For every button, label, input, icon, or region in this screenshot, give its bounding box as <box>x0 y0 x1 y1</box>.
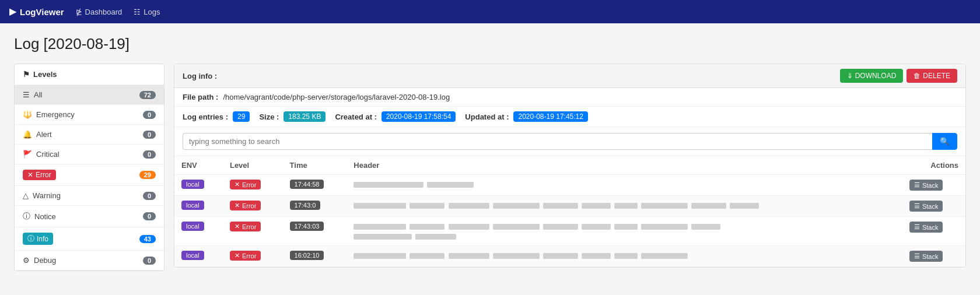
meta-size: Size : 183.25 KB <box>259 111 326 122</box>
dashboard-icon: ⋭ <box>76 8 82 16</box>
sidebar-item-emergency[interactable]: 🔱 Emergency 0 <box>15 105 164 125</box>
sidebar-warning-count: 0 <box>143 192 156 200</box>
table-row: local ✕ Error 17:43:03 <box>174 217 965 246</box>
delete-icon: 🗑 <box>914 72 921 80</box>
sidebar-item-critical[interactable]: 🚩 Critical 0 <box>15 145 164 164</box>
sidebar-error-count: 29 <box>139 171 156 179</box>
col-time: Time <box>283 156 347 175</box>
log-entries-label: Log entries : <box>183 113 228 121</box>
sidebar-item-critical-left: 🚩 Critical <box>23 150 60 159</box>
file-path-label: File path : <box>183 93 218 101</box>
sidebar-all-label: All <box>34 90 42 99</box>
sidebar-error-label: Error <box>36 171 51 179</box>
sidebar-item-warning[interactable]: △ Warning 0 <box>15 186 164 206</box>
row3-time: 17:43:03 <box>283 217 347 246</box>
page-wrapper: Log [2020-08-19] ⚑ Levels ☰ All 72 🔱 Eme… <box>0 23 980 283</box>
search-input[interactable] <box>183 133 932 150</box>
nav-dashboard-label: Dashboard <box>85 8 123 16</box>
sidebar-item-info[interactable]: ⓘ Info 43 <box>15 227 164 251</box>
row2-level: ✕ Error <box>223 196 283 217</box>
log-table: ENV Level Time Header Actions local ✕ <box>174 156 965 267</box>
sidebar-info-count: 43 <box>139 235 156 243</box>
stack-button-3[interactable]: ☰ Stack <box>909 222 943 233</box>
logs-icon: ☷ <box>134 8 141 16</box>
sidebar-item-error-left: ✕ Error <box>23 170 56 180</box>
size-label: Size : <box>259 113 279 121</box>
list-icon: ☰ <box>23 90 30 99</box>
table-row: local ✕ Error 17:44:58 <box>174 175 965 196</box>
info-active-badge: ⓘ Info <box>23 233 53 245</box>
download-button[interactable]: ⇓ DOWNLOAD <box>840 69 904 83</box>
brand-icon: ▶ <box>9 6 16 17</box>
sidebar-critical-count: 0 <box>143 150 156 159</box>
stack-button-1[interactable]: ☰ Stack <box>909 180 943 191</box>
download-label: DOWNLOAD <box>855 72 897 80</box>
navbar: ▶ LogViewer ⋭ Dashboard ☷ Logs <box>0 0 980 23</box>
meta-updated: Updated at : 2020-08-19 17:45:12 <box>465 111 588 122</box>
sidebar-header-label: Levels <box>33 70 57 79</box>
row2-header <box>346 196 902 217</box>
delete-button[interactable]: 🗑 DELETE <box>907 69 957 83</box>
sidebar-item-error[interactable]: ✕ Error 29 <box>15 164 164 186</box>
sidebar-item-alert[interactable]: 🔔 Alert 0 <box>15 125 164 145</box>
sidebar-notice-label: Notice <box>34 212 56 221</box>
file-path-value: /home/vagrant/code/php-server/storage/lo… <box>223 93 450 101</box>
log-entries-value: 29 <box>233 111 250 122</box>
meta-entries: Log entries : 29 <box>183 111 250 122</box>
sidebar-item-info-left: ⓘ Info <box>23 233 53 245</box>
search-button[interactable]: 🔍 <box>932 133 957 150</box>
col-level: Level <box>223 156 283 175</box>
row3-header <box>346 217 902 246</box>
row4-env: local <box>174 246 223 267</box>
warning-icon: △ <box>23 191 29 200</box>
error-circle-icon: ✕ <box>235 181 240 188</box>
alert-icon: 🔔 <box>23 130 32 139</box>
error-circle-icon-2: ✕ <box>235 202 240 209</box>
created-at-label: Created at : <box>335 113 377 121</box>
brand-label: LogViewer <box>20 7 64 17</box>
error-icon: ✕ <box>27 171 33 179</box>
sidebar-header: ⚑ Levels <box>15 64 164 85</box>
stack-icon-3: ☰ <box>914 223 920 231</box>
sidebar-item-debug-left: ⚙ Debug <box>23 256 56 265</box>
action-buttons: ⇓ DOWNLOAD 🗑 DELETE <box>840 69 957 83</box>
sidebar-notice-count: 0 <box>143 212 156 220</box>
log-info-bar: Log info : ⇓ DOWNLOAD 🗑 DELETE <box>174 64 965 88</box>
updated-at-value: 2020-08-19 17:45:12 <box>513 111 587 122</box>
navbar-brand[interactable]: ▶ LogViewer <box>9 6 64 17</box>
sidebar: ⚑ Levels ☰ All 72 🔱 Emergency 0 <box>14 64 164 271</box>
sidebar-item-alert-left: 🔔 Alert <box>23 130 52 139</box>
sidebar-emergency-count: 0 <box>143 111 156 119</box>
stack-button-4[interactable]: ☰ Stack <box>909 251 943 262</box>
col-env: ENV <box>174 156 223 175</box>
sidebar-info-label: Info <box>37 235 48 243</box>
sidebar-alert-count: 0 <box>143 131 156 139</box>
download-icon: ⇓ <box>847 72 853 80</box>
nav-logs[interactable]: ☷ Logs <box>134 8 160 16</box>
sidebar-item-notice[interactable]: ⓘ Notice 0 <box>15 206 164 227</box>
size-value: 183.25 KB <box>284 111 326 122</box>
page-title: Log [2020-08-19] <box>14 35 966 53</box>
error-circle-icon-3: ✕ <box>235 223 240 230</box>
stack-icon-2: ☰ <box>914 202 920 210</box>
row3-level: ✕ Error <box>223 217 283 246</box>
stack-button-2[interactable]: ☰ Stack <box>909 201 943 212</box>
row2-time: 17:43:0 <box>283 196 347 217</box>
updated-at-label: Updated at : <box>465 113 509 121</box>
info-icon: ⓘ <box>27 234 34 244</box>
notice-icon: ⓘ <box>23 211 30 222</box>
nav-dashboard[interactable]: ⋭ Dashboard <box>76 8 123 16</box>
emergency-icon: 🔱 <box>23 110 32 119</box>
sidebar-item-emergency-left: 🔱 Emergency <box>23 110 75 119</box>
created-at-value: 2020-08-19 17:58:54 <box>382 111 456 122</box>
row2-actions: ☰ Stack <box>902 196 965 217</box>
sidebar-emergency-label: Emergency <box>36 110 75 119</box>
critical-icon: 🚩 <box>23 150 32 159</box>
sidebar-item-warning-left: △ Warning <box>23 191 61 200</box>
sidebar-item-debug[interactable]: ⚙ Debug 0 <box>15 251 164 271</box>
row3-env: local <box>174 217 223 246</box>
sidebar-item-all[interactable]: ☰ All 72 <box>15 85 164 105</box>
delete-label: DELETE <box>923 72 950 80</box>
row1-actions: ☰ Stack <box>902 175 965 196</box>
log-entries-row: Log entries : 29 Size : 183.25 KB Create… <box>174 107 965 127</box>
